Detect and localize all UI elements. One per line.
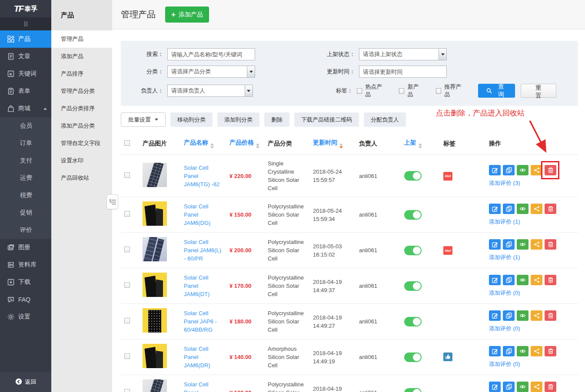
sidebar-subitem-税费[interactable]: 税费 bbox=[0, 187, 51, 204]
sort-arrows-icon[interactable] bbox=[210, 143, 214, 148]
sidebar-item-关键词[interactable]: K关键词 bbox=[0, 65, 51, 82]
edit-button[interactable] bbox=[489, 346, 501, 356]
product-name-link[interactable]: Solar Cell Panel JAP6 - 60/4BB/RG bbox=[184, 310, 217, 333]
onsale-toggle[interactable] bbox=[404, 281, 422, 291]
onsale-toggle[interactable] bbox=[404, 352, 422, 362]
status-select[interactable]: 请选择上架状态 bbox=[359, 48, 447, 60]
toolbar-button-移动到分类[interactable]: 移动到分类 bbox=[170, 112, 213, 127]
delete-button[interactable] bbox=[545, 275, 556, 285]
sidebar-item-下载[interactable]: 下载 bbox=[0, 273, 51, 291]
row-checkbox[interactable] bbox=[124, 353, 130, 359]
copy-button[interactable] bbox=[503, 239, 515, 250]
tag-checkbox-推荐产品[interactable]: 推荐产品 bbox=[436, 83, 466, 99]
sidebar-subitem-促销[interactable]: 促销 bbox=[0, 204, 51, 221]
row-checkbox[interactable] bbox=[124, 318, 130, 323]
edit-button[interactable] bbox=[489, 382, 501, 392]
onsale-toggle[interactable] bbox=[404, 246, 422, 255]
column-header-checkbox[interactable] bbox=[121, 133, 139, 155]
copy-button[interactable] bbox=[503, 165, 515, 175]
add-review-link[interactable]: 添加评价 (1) bbox=[489, 217, 520, 226]
sidebar-subitem-订单[interactable]: 订单 bbox=[0, 135, 51, 152]
owner-select[interactable]: 请选择负责人 bbox=[167, 85, 253, 97]
edit-button[interactable] bbox=[489, 275, 501, 285]
sidebar-subitem-运费[interactable]: 运费 bbox=[0, 169, 51, 187]
product-name-link[interactable]: Solar Cell Panel JAM6(DR) bbox=[184, 346, 210, 369]
toolbar-button-分配负责人[interactable]: 分配负责人 bbox=[364, 112, 406, 127]
sidebar-item-商城[interactable]: 商城 bbox=[0, 100, 51, 117]
submenu-item-管理自定义字段[interactable]: 管理自定义字段 bbox=[51, 135, 112, 152]
add-review-link[interactable]: 添加评价 (3) bbox=[489, 179, 520, 187]
product-name-link[interactable]: Solar Cell Panel JAM6(DT) bbox=[184, 274, 209, 297]
preview-button[interactable] bbox=[517, 275, 528, 285]
column-header-产品名称[interactable]: 产品名称 bbox=[180, 133, 226, 155]
category-select[interactable]: 请选择产品分类 bbox=[167, 66, 255, 78]
preview-button[interactable] bbox=[517, 310, 528, 321]
submenu-item-产品回收站[interactable]: 产品回收站 bbox=[51, 169, 112, 187]
submenu-item-产品分类排序[interactable]: 产品分类排序 bbox=[51, 100, 112, 117]
share-button[interactable] bbox=[531, 239, 542, 250]
product-name-link[interactable]: Solar Cell Panel JAM6(DG) bbox=[184, 203, 210, 226]
copy-button[interactable] bbox=[503, 310, 515, 321]
sidebar-item-表单[interactable]: 表单 bbox=[0, 82, 51, 100]
delete-button[interactable] bbox=[545, 310, 556, 321]
toolbar-button-下载产品链接二维码[interactable]: 下载产品链接二维码 bbox=[294, 112, 359, 127]
sidebar-item-设置[interactable]: 设置 bbox=[0, 308, 51, 326]
edit-button[interactable] bbox=[489, 239, 501, 250]
toolbar-button-添加到分类[interactable]: 添加到分类 bbox=[217, 112, 259, 127]
sidebar-collapse-button[interactable] bbox=[0, 17, 51, 30]
column-header-产品价格[interactable]: 产品价格 bbox=[226, 133, 264, 155]
row-checkbox[interactable] bbox=[124, 211, 130, 217]
share-button[interactable] bbox=[531, 275, 542, 285]
onsale-toggle[interactable] bbox=[404, 388, 422, 392]
delete-button[interactable] bbox=[545, 382, 556, 392]
query-button[interactable]: 查询 bbox=[478, 84, 515, 98]
copy-button[interactable] bbox=[503, 275, 515, 285]
copy-button[interactable] bbox=[503, 382, 515, 392]
add-review-link[interactable]: 添加评价 (0) bbox=[489, 360, 520, 368]
product-name-link[interactable]: Solar Cell Panel JAM6(TG) -62 bbox=[184, 165, 219, 188]
add-product-button[interactable]: + 添加产品 bbox=[165, 7, 209, 23]
tag-checkbox-热点产品[interactable]: 热点产品 bbox=[357, 83, 387, 99]
submenu-item-添加产品分类[interactable]: 添加产品分类 bbox=[51, 117, 112, 135]
column-header-上架[interactable]: 上架 bbox=[396, 133, 430, 155]
tag-checkbox-新产品[interactable]: 新产品 bbox=[399, 83, 424, 99]
add-review-link[interactable]: 添加评价 (1) bbox=[489, 253, 520, 261]
copy-button[interactable] bbox=[503, 346, 515, 356]
share-button[interactable] bbox=[531, 310, 542, 321]
delete-button[interactable] bbox=[545, 165, 556, 175]
column-header-更新时间[interactable]: 更新时间 bbox=[309, 133, 356, 155]
delete-button[interactable] bbox=[545, 239, 556, 250]
search-input[interactable] bbox=[167, 48, 255, 60]
add-review-link[interactable]: 添加评价 (0) bbox=[489, 324, 520, 333]
submenu-item-添加产品[interactable]: 添加产品 bbox=[51, 48, 112, 65]
sidebar-subitem-支付[interactable]: 支付 bbox=[0, 152, 51, 169]
sidebar-subitem-会员[interactable]: 会员 bbox=[0, 117, 51, 135]
share-button[interactable] bbox=[531, 204, 542, 214]
product-name-link[interactable]: Solar Cell Panel JAM6(TG) -61 bbox=[184, 381, 219, 392]
preview-button[interactable] bbox=[517, 382, 528, 392]
submenu-item-设置水印[interactable]: 设置水印 bbox=[51, 152, 112, 169]
update-time-input[interactable] bbox=[359, 66, 447, 78]
sidebar-item-图册[interactable]: 图册 bbox=[0, 239, 51, 256]
submenu-item-产品排序[interactable]: 产品排序 bbox=[51, 65, 112, 82]
row-checkbox[interactable] bbox=[124, 282, 130, 288]
share-button[interactable] bbox=[531, 346, 542, 356]
delete-button[interactable] bbox=[545, 346, 556, 356]
toolbar-button-删除[interactable]: 删除 bbox=[264, 112, 289, 127]
row-checkbox[interactable] bbox=[124, 389, 130, 392]
product-name-link[interactable]: Solar Cell Panel JAM6(L) - 60/PR bbox=[184, 239, 221, 262]
onsale-toggle[interactable] bbox=[404, 171, 422, 181]
copy-button[interactable] bbox=[503, 204, 515, 214]
share-button[interactable] bbox=[531, 165, 542, 175]
back-button[interactable]: 返回 bbox=[0, 372, 51, 392]
add-review-link[interactable]: 添加评价 (0) bbox=[489, 289, 520, 297]
edit-button[interactable] bbox=[489, 165, 501, 175]
sort-arrows-icon[interactable] bbox=[419, 143, 422, 148]
batch-settings-button[interactable]: 批量设置 bbox=[121, 112, 166, 127]
sidebar-item-文章[interactable]: 文章 bbox=[0, 48, 51, 65]
sidebar-item-产品[interactable]: 产品 bbox=[0, 30, 51, 48]
sidebar-item-资料库[interactable]: 资料库 bbox=[0, 256, 51, 273]
row-checkbox[interactable] bbox=[124, 247, 130, 252]
edit-button[interactable] bbox=[489, 310, 501, 321]
sidebar-subitem-评价[interactable]: 评价 bbox=[0, 221, 51, 239]
